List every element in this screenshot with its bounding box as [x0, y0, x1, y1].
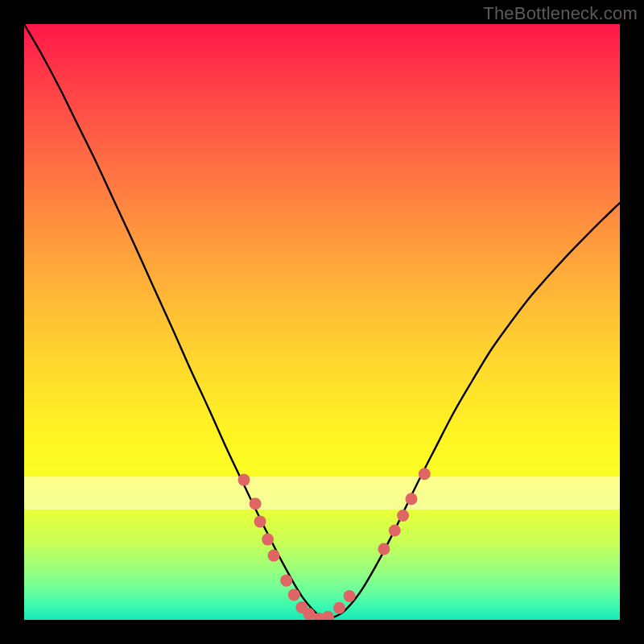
marker-dot — [238, 474, 250, 486]
marker-dot — [419, 468, 431, 480]
marker-dot — [280, 575, 292, 587]
watermark-text: TheBottleneck.com — [483, 3, 638, 24]
marker-dot — [254, 515, 266, 527]
marker-dot — [344, 590, 356, 602]
marker-dot — [333, 602, 345, 614]
marker-dot — [268, 550, 280, 562]
marker-dot — [378, 543, 390, 555]
marker-dot — [397, 510, 409, 522]
marker-dot — [406, 493, 418, 505]
marker-dot — [262, 534, 274, 546]
marker-dot — [288, 588, 300, 601]
marker-dot — [389, 525, 401, 537]
curve-markers — [238, 468, 431, 620]
bottleneck-curve — [24, 24, 620, 618]
chart-frame: TheBottleneck.com — [0, 0, 644, 644]
marker-dot — [250, 497, 262, 510]
plot-area — [24, 24, 620, 620]
chart-svg — [24, 24, 620, 620]
marker-dot — [322, 611, 334, 620]
